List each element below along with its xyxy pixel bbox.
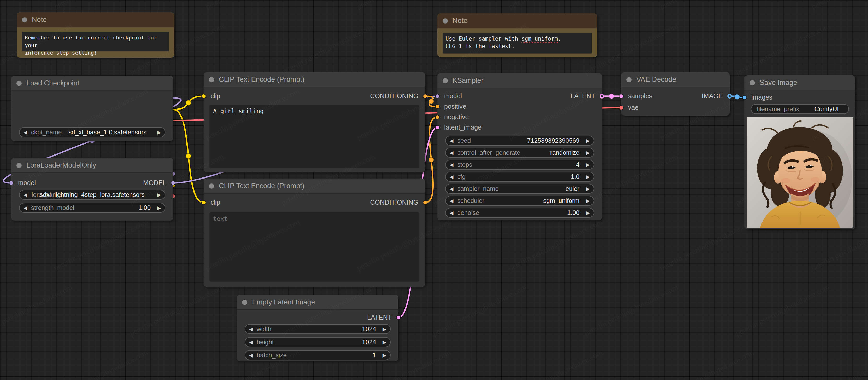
width-widget[interactable]: ◀ width 1024 ▶ [245, 324, 391, 334]
node-empty-latent-image[interactable]: Empty Latent Image LATENT ◀ width 1024 ▶… [237, 295, 399, 361]
node-ksampler[interactable]: KSampler model positive negative latent_… [437, 73, 602, 220]
increment-arrow-icon[interactable]: ▶ [582, 150, 594, 155]
increment-arrow-icon[interactable]: ▶ [582, 174, 594, 179]
input-slot-samples[interactable]: samples [621, 92, 652, 100]
node-clip-text-encode-negative[interactable]: CLIP Text Encode (Prompt) clip CONDITION… [204, 178, 425, 287]
conditioning-port-icon[interactable] [435, 115, 440, 119]
node-title-bar[interactable]: Save Image [744, 75, 855, 90]
note-title-bar[interactable]: Note [437, 13, 597, 28]
output-slot-model[interactable]: MODEL [143, 179, 173, 186]
image-port-icon[interactable] [742, 95, 747, 100]
conditioning-port-icon[interactable] [435, 104, 440, 109]
input-slot-latent-image[interactable]: latent_image [437, 124, 482, 131]
node-title-bar[interactable]: CLIP Text Encode (Prompt) [204, 178, 425, 194]
latent-port-icon[interactable] [396, 315, 401, 320]
latent-port-icon[interactable] [435, 125, 440, 130]
vae-port-icon[interactable] [619, 105, 624, 110]
increment-arrow-icon[interactable]: ▶ [379, 339, 390, 345]
model-port-icon[interactable] [435, 94, 440, 98]
scheduler-widget[interactable]: ◀ scheduler sgm_uniform ▶ [445, 196, 594, 206]
latent-port-icon[interactable] [599, 94, 604, 98]
collapse-dot-icon[interactable] [17, 81, 22, 86]
node-load-checkpoint[interactable]: Load Checkpoint MODEL CLIP VAE ◀ ckpt_na… [11, 76, 173, 141]
clip-port-icon[interactable] [202, 94, 206, 98]
collapse-dot-icon[interactable] [209, 183, 214, 189]
collapse-dot-icon[interactable] [626, 77, 632, 82]
decrement-arrow-icon[interactable]: ◀ [446, 174, 457, 179]
note-title-bar[interactable]: Note [17, 12, 175, 27]
increment-arrow-icon[interactable]: ▶ [582, 138, 594, 144]
increment-arrow-icon[interactable]: ▶ [153, 205, 165, 211]
collapse-dot-icon[interactable] [209, 77, 214, 82]
node-note-right[interactable]: Note Use Euler sampler with sgm_uniform.… [437, 13, 597, 57]
note-text[interactable]: Remember to use the correct checkpoint f… [22, 32, 169, 52]
decrement-arrow-icon[interactable]: ◀ [446, 198, 457, 204]
increment-arrow-icon[interactable]: ▶ [153, 129, 165, 135]
node-title-bar[interactable]: Empty Latent Image [237, 295, 399, 310]
input-slot-clip[interactable]: clip [204, 92, 220, 100]
cfg-widget[interactable]: ◀ cfg 1.0 ▶ [445, 172, 594, 182]
node-title-bar[interactable]: VAE Decode [621, 72, 730, 87]
decrement-arrow-icon[interactable]: ◀ [245, 352, 257, 358]
collapse-dot-icon[interactable] [22, 17, 27, 23]
increment-arrow-icon[interactable]: ▶ [582, 186, 594, 192]
decrement-arrow-icon[interactable]: ◀ [446, 210, 457, 215]
decrement-arrow-icon[interactable]: ◀ [446, 186, 457, 192]
increment-arrow-icon[interactable]: ▶ [379, 352, 390, 358]
prompt-textarea[interactable]: A girl smiling [210, 105, 420, 168]
node-note-left[interactable]: Note Remember to use the correct checkpo… [17, 12, 175, 58]
output-slot-latent[interactable]: LATENT [367, 314, 399, 321]
decrement-arrow-icon[interactable]: ◀ [20, 205, 31, 211]
collapse-dot-icon[interactable] [750, 80, 755, 85]
increment-arrow-icon[interactable]: ▶ [379, 326, 390, 332]
ckpt-name-widget[interactable]: ◀ ckpt_name sd_xl_base_1.0.safetensors ▶ [19, 127, 165, 138]
output-slot-image[interactable]: IMAGE [702, 92, 730, 100]
node-title-bar[interactable]: CLIP Text Encode (Prompt) [204, 72, 425, 87]
output-slot-latent[interactable]: LATENT [570, 92, 602, 100]
filename-prefix-widget[interactable]: filename_prefix ComfyUI [751, 104, 849, 114]
conditioning-port-icon[interactable] [423, 94, 428, 98]
clip-port-icon[interactable] [202, 200, 206, 205]
conditioning-port-icon[interactable] [423, 200, 428, 205]
control-after-generate-widget[interactable]: ◀ control_after_generate randomize ▶ [445, 148, 594, 157]
node-vae-decode[interactable]: VAE Decode samples vae IMAGE [621, 72, 730, 116]
collapse-dot-icon[interactable] [443, 78, 448, 83]
node-title-bar[interactable]: KSampler [437, 73, 602, 88]
decrement-arrow-icon[interactable]: ◀ [245, 326, 257, 332]
node-title-bar[interactable]: LoraLoaderModelOnly [11, 158, 173, 173]
decrement-arrow-icon[interactable]: ◀ [20, 192, 31, 198]
increment-arrow-icon[interactable]: ▶ [582, 210, 594, 215]
denoise-widget[interactable]: ◀ denoise 1.00 ▶ [445, 208, 594, 218]
strength-model-widget[interactable]: ◀ strength_model 1.00 ▶ [19, 203, 165, 213]
output-slot-conditioning[interactable]: CONDITIONING [370, 199, 425, 206]
input-slot-clip[interactable]: clip [204, 199, 220, 206]
model-port-icon[interactable] [171, 181, 176, 185]
node-save-image[interactable]: Save Image images filename_prefix ComfyU… [744, 75, 855, 230]
steps-widget[interactable]: ◀ steps 4 ▶ [445, 160, 594, 170]
output-slot-conditioning[interactable]: CONDITIONING [370, 92, 425, 100]
decrement-arrow-icon[interactable]: ◀ [446, 150, 457, 155]
model-port-icon[interactable] [9, 181, 13, 185]
batch-size-widget[interactable]: ◀ batch_size 1 ▶ [245, 350, 391, 360]
node-clip-text-encode-positive[interactable]: CLIP Text Encode (Prompt) clip CONDITION… [204, 72, 425, 173]
increment-arrow-icon[interactable]: ▶ [582, 198, 594, 204]
image-port-icon[interactable] [727, 94, 732, 98]
input-slot-vae[interactable]: vae [621, 104, 639, 111]
decrement-arrow-icon[interactable]: ◀ [20, 129, 31, 135]
height-widget[interactable]: ◀ height 1024 ▶ [245, 337, 391, 347]
input-slot-positive[interactable]: positive [437, 103, 466, 110]
increment-arrow-icon[interactable]: ▶ [153, 192, 165, 198]
collapse-dot-icon[interactable] [443, 18, 448, 24]
note-text[interactable]: Use Euler sampler with sgm_uniform.CFG 1… [443, 33, 592, 54]
prompt-textarea[interactable]: text [210, 212, 420, 282]
decrement-arrow-icon[interactable]: ◀ [245, 339, 257, 345]
latent-port-icon[interactable] [619, 94, 624, 98]
collapse-dot-icon[interactable] [17, 163, 22, 168]
lora-name-widget[interactable]: ◀ lora_name sdxl_lightning_4step_lora.sa… [19, 190, 165, 200]
node-title-bar[interactable]: Load Checkpoint [11, 76, 173, 91]
seed-widget[interactable]: ◀ seed 712589392390569 ▶ [445, 136, 594, 146]
input-slot-model[interactable]: model [437, 92, 462, 100]
input-slot-model[interactable]: model [11, 179, 36, 186]
increment-arrow-icon[interactable]: ▶ [582, 162, 594, 168]
node-lora-loader[interactable]: LoraLoaderModelOnly model MODEL ◀ lora_n… [11, 158, 173, 221]
